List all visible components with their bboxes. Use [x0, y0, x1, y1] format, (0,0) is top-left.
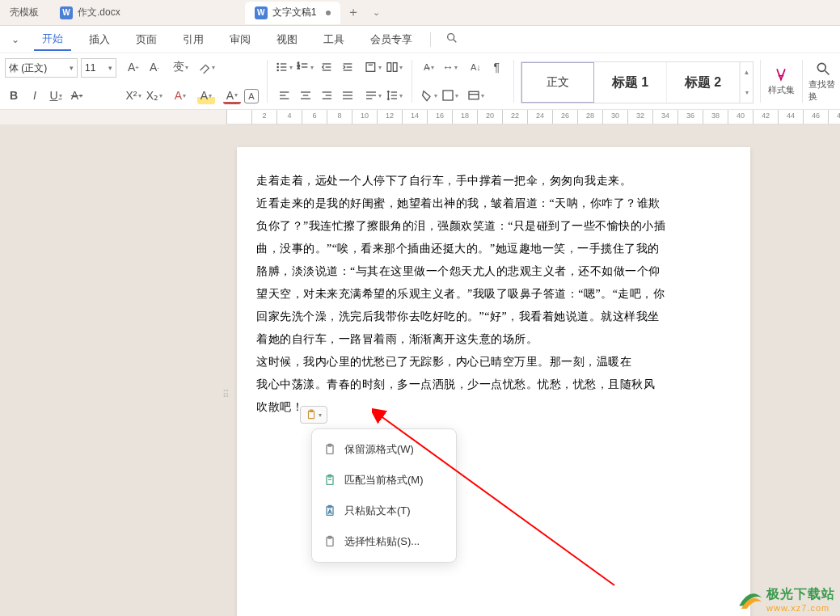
underline-button[interactable]: U	[47, 86, 65, 104]
grow-font-button[interactable]: A+	[125, 58, 142, 76]
distribute-button[interactable]	[365, 86, 382, 104]
find-replace-button[interactable]: 查找替换	[808, 58, 837, 104]
menu-tools[interactable]: 工具	[315, 29, 352, 50]
doc-line[interactable]: 着她的自行车，一路冒着雨，渐渐离开这失意的场所。	[256, 328, 731, 351]
app-menu-button[interactable]: ⌄	[6, 32, 24, 47]
phonetic-button[interactable]: 变	[171, 58, 189, 76]
line-spacing-button[interactable]	[386, 86, 403, 104]
menu-insert[interactable]: 插入	[81, 29, 118, 50]
tab-doc2[interactable]: W 文字文稿1	[245, 2, 341, 24]
doc-line[interactable]: 望天空，对未来充满希望的乐观主义者。”我吸了吸鼻子答道：“嗯”。“走吧，你	[256, 283, 731, 306]
styles-gallery[interactable]: 正文 标题 1 标题 2 ▲ ▾	[521, 61, 753, 103]
style-normal[interactable]: 正文	[521, 62, 594, 103]
doc-line[interactable]: 我心中荡漾。青春的时刻，多一点洒脱，少一点忧愁。忧愁，忧愁，且随秋风	[256, 373, 731, 396]
tabs-button[interactable]	[466, 86, 484, 104]
search-button[interactable]	[441, 28, 463, 50]
borders-icon	[441, 89, 454, 102]
doc-line[interactable]: 走着走着，远处一个人停下了自行车，手中撑着一把伞，匆匆向我走来。	[256, 170, 731, 192]
separator	[430, 32, 431, 47]
style-heading2[interactable]: 标题 2	[667, 62, 740, 103]
doc-line[interactable]: 负你了？”我连忙擦了擦眼角的泪，强颜欢笑道：“只是碰到了一些不愉快的小插	[256, 215, 731, 238]
styles-more-button[interactable]: ▾	[740, 82, 753, 103]
separator	[802, 60, 803, 103]
clear-format-button[interactable]	[197, 58, 215, 76]
align-right-icon	[320, 89, 333, 102]
font-art-button[interactable]: A	[171, 86, 189, 104]
clipboard-match-icon	[323, 474, 336, 487]
clipboard-icon	[323, 535, 336, 548]
paragraph-handle-icon[interactable]: ⠿	[222, 389, 231, 400]
menu-home[interactable]: 开始	[34, 28, 71, 51]
svg-point-0	[448, 34, 454, 40]
eraser-icon	[198, 61, 211, 74]
menu-reference[interactable]: 引用	[175, 29, 212, 50]
paste-text-only[interactable]: A 只粘贴文本(T)	[312, 496, 456, 526]
indent-dec-button[interactable]	[318, 58, 336, 76]
highlight-button[interactable]: A	[197, 86, 215, 104]
superscript-button[interactable]: X²	[125, 86, 142, 104]
paste-options-button[interactable]: ▾	[300, 406, 327, 424]
menu-view[interactable]: 视图	[268, 29, 306, 50]
borders-button[interactable]	[441, 86, 458, 104]
italic-button[interactable]: I	[26, 86, 44, 104]
horizontal-ruler[interactable]: 2468101214161820222426283032343638404244…	[226, 110, 840, 124]
tab-list-button[interactable]: ⌄	[365, 7, 387, 18]
doc-line[interactable]: 回家先洗个澡，洗完后我带你去吃好吃的。”“好”，我看着她说道。就这样我坐	[256, 306, 731, 328]
shrink-font-button[interactable]: A-	[146, 58, 163, 76]
separator	[760, 60, 761, 103]
doc-line[interactable]: 这时候，我内心里的忧愁已了无踪影，内心已晴空万里。那一刻，温暖在	[256, 351, 731, 373]
paste-keep-source[interactable]: 保留源格式(W)	[312, 434, 456, 465]
new-tab-button[interactable]: ＋	[342, 4, 365, 21]
svg-rect-40	[443, 91, 453, 100]
indent-icon	[341, 61, 354, 74]
strike-button[interactable]: A	[68, 86, 86, 104]
subscript-button[interactable]: X₂	[146, 86, 163, 104]
align-left-icon	[278, 89, 291, 102]
align-right-button[interactable]	[318, 86, 336, 104]
paste-special[interactable]: 选择性粘贴(S)...	[312, 526, 456, 557]
numbering-icon: 12	[297, 61, 310, 74]
separator	[412, 60, 412, 103]
char-spacing-button[interactable]: ↔	[441, 58, 458, 76]
tab-doc1[interactable]: W 作文.docx	[50, 2, 130, 24]
svg-line-1	[454, 40, 456, 42]
columns-button[interactable]	[386, 58, 403, 76]
doc-line[interactable]: 近看走来的是我的好闺蜜，她望着出神的我，皱着眉道：“天呐，你咋了？谁欺	[256, 192, 731, 215]
align-justify-button[interactable]	[339, 86, 357, 104]
char-border-button[interactable]: A	[244, 89, 259, 103]
word-icon: W	[60, 6, 73, 19]
menu-member[interactable]: 会员专享	[362, 29, 420, 50]
align-left-button[interactable]	[276, 86, 293, 104]
text-direction-button[interactable]	[365, 58, 382, 76]
tabs-icon	[467, 89, 480, 102]
bullets-button[interactable]	[276, 58, 293, 76]
doc-line[interactable]: 曲，没事的。”“唉，看来那个插曲还挺大的。”她逗趣地一笑，一手揽住了我的	[256, 238, 731, 260]
svg-line-45	[825, 70, 829, 74]
columns-icon	[386, 61, 399, 74]
style-heading1[interactable]: 标题 1	[594, 62, 667, 103]
doc-line[interactable]: 吹散吧！	[256, 396, 731, 419]
menu-page[interactable]: 页面	[128, 29, 165, 50]
unsaved-dot-icon	[326, 11, 331, 15]
clipboard-text-icon: A	[323, 504, 336, 517]
font-name-combo[interactable]: 体 (正文)▾	[5, 58, 78, 78]
font-size-combo[interactable]: 11▾	[81, 58, 116, 78]
indent-inc-button[interactable]	[339, 58, 357, 76]
site-logo-icon	[736, 585, 763, 613]
doc-line[interactable]: 胳膊，淡淡说道：“与其在这里做一个怨天尤人的悲观主义者，还不如做一个仰	[256, 260, 731, 283]
bold-button[interactable]: B	[5, 86, 23, 104]
line-spacing-icon	[386, 89, 399, 102]
char-scale-button[interactable]: A̶	[420, 58, 437, 76]
align-center-button[interactable]	[297, 86, 314, 104]
shading-button[interactable]	[420, 86, 437, 104]
menu-review[interactable]: 审阅	[222, 29, 259, 50]
show-marks-button[interactable]: ¶	[488, 58, 505, 76]
tab-template[interactable]: 壳模板	[0, 2, 49, 24]
sort-button[interactable]: A↓	[466, 58, 484, 76]
paste-match-dest[interactable]: 匹配当前格式(M)	[312, 465, 456, 496]
numbering-button[interactable]: 12	[297, 58, 314, 76]
font-color-button[interactable]: A	[223, 88, 241, 104]
styleset-button[interactable]: 样式集	[767, 58, 796, 104]
styles-up-button[interactable]: ▲	[740, 62, 753, 82]
page[interactable]: 走着走着，远处一个人停下了自行车，手中撑着一把伞，匆匆向我走来。 近看走来的是我…	[237, 147, 750, 616]
